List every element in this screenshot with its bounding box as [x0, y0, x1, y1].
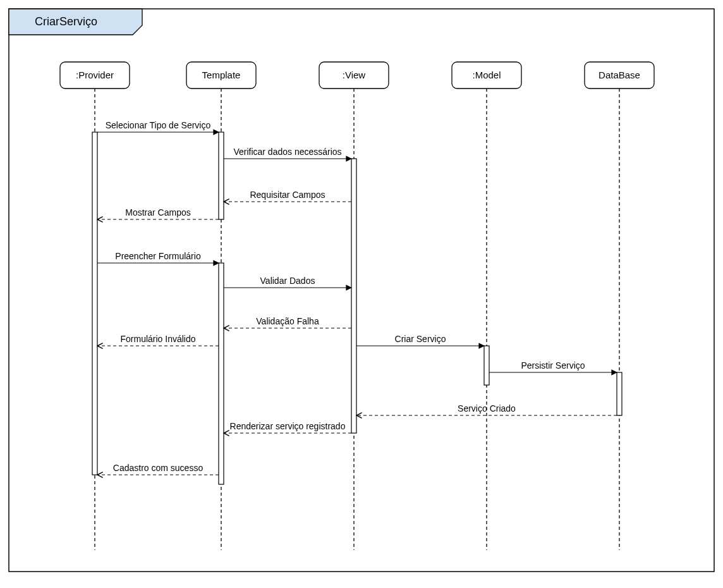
message-label-12: Cadastro com sucesso	[113, 463, 204, 473]
message-label-5: Validar Dados	[260, 276, 315, 286]
participant-label-model: :Model	[472, 70, 501, 80]
participant-label-database: DataBase	[598, 70, 640, 80]
activation-4	[484, 346, 489, 385]
message-label-0: Selecionar Tipo de Serviço	[106, 120, 211, 130]
message-label-10: Serviço Criado	[458, 403, 516, 413]
message-label-9: Persistir Serviço	[521, 360, 585, 371]
message-label-3: Mostrar Campos	[125, 207, 190, 217]
sequence-diagram: CriarServiço :ProviderTemplate:View:Mode…	[0, 0, 723, 588]
participant-label-provider: :Provider	[76, 70, 114, 80]
diagram-frame	[9, 9, 714, 572]
message-label-6: Validação Falha	[256, 316, 319, 326]
participant-label-template: Template	[202, 70, 241, 80]
message-label-7: Criar Serviço	[395, 334, 446, 344]
message-label-1: Verificar dados necessários	[233, 147, 341, 157]
message-label-2: Requisitar Campos	[250, 190, 325, 200]
message-label-11: Renderizar serviço registrado	[230, 421, 346, 431]
activation-3	[351, 159, 356, 433]
message-label-8: Formulário Inválido	[120, 334, 195, 344]
activation-0	[92, 132, 97, 475]
message-label-4: Preencher Formulário	[115, 251, 201, 261]
activation-2	[219, 263, 224, 484]
diagram-title: CriarServiço	[35, 15, 97, 28]
activation-5	[617, 372, 622, 415]
activation-1	[219, 132, 224, 219]
participant-label-view: :View	[343, 70, 366, 80]
